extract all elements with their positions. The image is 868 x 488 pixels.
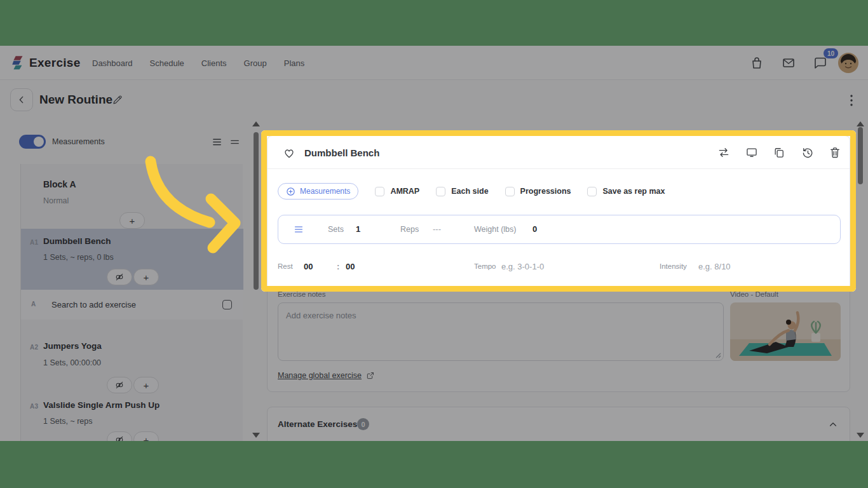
- item-name: Jumpers Yoga: [43, 341, 102, 351]
- exercise-notes-label: Exercise notes: [278, 290, 325, 298]
- scroll-down-arrow[interactable]: [252, 433, 260, 438]
- nav-link-clients[interactable]: Clients: [201, 58, 227, 68]
- add-exercise-button[interactable]: +: [119, 212, 145, 229]
- intensity-input[interactable]: e.g. 8/10: [698, 258, 731, 274]
- reps-value[interactable]: ---: [433, 215, 441, 243]
- unlink-button[interactable]: [107, 377, 132, 393]
- broken-link-icon: [114, 380, 125, 390]
- progressions-option[interactable]: Progressions: [505, 187, 571, 196]
- right-scroll-up-arrow[interactable]: [857, 121, 864, 126]
- favorite-heart-icon[interactable]: [283, 147, 295, 159]
- item-tag: A1: [30, 239, 39, 246]
- rest-tempo-intensity-row: Rest 00 : 00 Tempo e.g. 3-0-1-0 Intensit…: [278, 258, 841, 274]
- add-measurements-button[interactable]: Measurements: [278, 183, 358, 200]
- back-button[interactable]: [10, 88, 33, 111]
- search-to-add-exercise[interactable]: Search to add exercise: [51, 300, 136, 309]
- chat-badge: 10: [824, 48, 838, 58]
- plus-icon: +: [144, 273, 149, 282]
- rest-seconds-input[interactable]: 00: [346, 258, 355, 274]
- alternate-exercises-title: Alternate Exercises: [278, 419, 357, 429]
- item-detail: 1 Sets, ~ reps: [43, 417, 92, 426]
- progressions-label: Progressions: [520, 187, 571, 196]
- item-name: Dumbbell Bench: [43, 236, 111, 246]
- save-rep-max-checkbox[interactable]: [587, 187, 597, 196]
- item-tag: A2: [30, 344, 39, 351]
- nav-link-group[interactable]: Group: [244, 58, 267, 68]
- history-icon[interactable]: [801, 146, 814, 159]
- plus-icon: +: [130, 216, 135, 226]
- item-name: Valslide Single Arm Push Up: [43, 400, 159, 410]
- shopping-bag-icon[interactable]: [749, 55, 764, 71]
- app-window: Exercise Dashboard Schedule Clients Grou…: [0, 46, 868, 441]
- save-rep-max-option[interactable]: Save as rep max: [587, 187, 665, 196]
- amrap-checkbox[interactable]: [375, 187, 384, 196]
- copy-icon[interactable]: [773, 146, 785, 159]
- unlink-button[interactable]: [107, 269, 132, 285]
- add-set-button[interactable]: +: [133, 269, 159, 285]
- yoga-pose-image: [730, 302, 841, 361]
- right-scrollbar-thumb[interactable]: [858, 127, 863, 184]
- each-side-checkbox[interactable]: [436, 187, 445, 196]
- top-letterbox: [0, 0, 868, 46]
- scroll-up-arrow[interactable]: [252, 121, 260, 126]
- right-scroll-down-arrow[interactable]: [857, 433, 864, 438]
- select-exercise-checkbox[interactable]: [222, 300, 232, 309]
- item-tag: A3: [30, 403, 39, 410]
- amrap-option[interactable]: AMRAP: [375, 187, 419, 196]
- page-title: New Routine: [39, 81, 112, 118]
- screen-view-icon[interactable]: [745, 146, 758, 159]
- delete-trash-icon[interactable]: [829, 146, 841, 159]
- manage-global-exercise-link[interactable]: Manage global exercise: [278, 371, 375, 380]
- weight-label: Weight (lbs): [474, 215, 516, 243]
- resize-handle-icon[interactable]: [715, 352, 721, 358]
- nav-link-dashboard[interactable]: Dashboard: [92, 58, 133, 68]
- top-navbar: Exercise Dashboard Schedule Clients Grou…: [0, 46, 868, 80]
- exercise-card-header: Dumbbell Bench: [268, 136, 850, 169]
- plus-icon: +: [144, 381, 149, 390]
- mail-icon[interactable]: [781, 55, 796, 71]
- exercise-detail-card: Dumbbell Bench Measurements: [267, 135, 850, 392]
- weight-value[interactable]: 0: [532, 215, 537, 243]
- exercise-video-thumbnail[interactable]: [730, 302, 841, 361]
- nav-link-plans[interactable]: Plans: [284, 58, 305, 68]
- measurements-toggle-row: Measurements: [19, 135, 105, 149]
- nav-link-schedule[interactable]: Schedule: [150, 58, 184, 68]
- item-tag: A: [31, 301, 36, 308]
- rest-minutes-input[interactable]: 00: [304, 258, 313, 274]
- reps-label: Reps: [400, 215, 419, 243]
- amrap-label: AMRAP: [390, 187, 419, 196]
- alternate-count-badge: 0: [357, 418, 369, 430]
- more-options-kebab-icon[interactable]: [847, 94, 856, 107]
- sets-label: Sets: [328, 215, 344, 243]
- each-side-option[interactable]: Each side: [436, 187, 488, 196]
- broken-link-icon: [114, 272, 125, 282]
- drag-handle-icon[interactable]: [294, 224, 304, 234]
- manage-link-label: Manage global exercise: [278, 371, 362, 380]
- list-item-search[interactable]: A Search to add exercise: [21, 290, 243, 320]
- scrollbar-thumb[interactable]: [254, 132, 259, 290]
- set-row: Sets 1 Reps --- Weight (lbs) 0: [278, 215, 841, 244]
- measurements-toggle[interactable]: [19, 135, 46, 149]
- intensity-label: Intensity: [660, 258, 687, 274]
- add-set-button[interactable]: +: [133, 377, 159, 393]
- list-item-a1[interactable]: A1 Dumbbell Bench 1 Sets, ~ reps, 0 lbs …: [21, 229, 243, 290]
- chevron-up-icon[interactable]: [828, 419, 838, 430]
- block-type: Normal: [43, 196, 69, 205]
- save-rep-max-label: Save as rep max: [602, 187, 665, 196]
- block-title: Block A: [43, 179, 76, 189]
- exercise-title: Dumbbell Bench: [304, 136, 379, 169]
- exercise-notes-input[interactable]: [278, 302, 724, 361]
- nav-links: Dashboard Schedule Clients Group Plans: [92, 46, 304, 80]
- avatar[interactable]: [838, 53, 858, 73]
- bottom-letterbox: [0, 441, 868, 488]
- external-link-icon: [366, 371, 375, 380]
- edit-pencil-icon[interactable]: [112, 94, 123, 105]
- compact-view-icon[interactable]: [229, 137, 240, 147]
- progressions-checkbox[interactable]: [505, 187, 515, 196]
- sets-value[interactable]: 1: [356, 215, 360, 243]
- expanded-view-icon[interactable]: [212, 137, 222, 147]
- item-detail: 1 Sets, ~ reps, 0 lbs: [43, 253, 114, 262]
- swap-exercise-icon[interactable]: [717, 146, 730, 159]
- tempo-input[interactable]: e.g. 3-0-1-0: [501, 258, 544, 274]
- each-side-label: Each side: [451, 187, 488, 196]
